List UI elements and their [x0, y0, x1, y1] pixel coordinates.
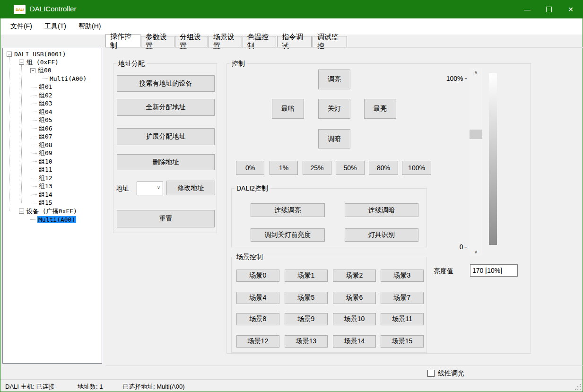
tab-scene-settings[interactable]: 场景设置 — [209, 36, 242, 47]
dali2-group-title: DALI2控制 — [235, 184, 270, 193]
delete-address-button[interactable]: 删除地址 — [117, 154, 215, 170]
tab-command-debug[interactable]: 指令调试 — [277, 36, 312, 47]
collapse-icon[interactable]: − — [30, 68, 35, 73]
modify-address-button[interactable]: 修改地址 — [166, 181, 215, 195]
tab-color-temp-control[interactable]: 色温控制 — [243, 36, 276, 47]
scene-8-button[interactable]: 场景8 — [236, 313, 279, 325]
menu-file[interactable]: 文件(F) — [10, 22, 32, 31]
brightness-value-field[interactable]: 170 [10%] — [470, 264, 518, 277]
tree-item-multi-a00-selected[interactable]: Multi(A00) — [30, 215, 76, 224]
linear-dimming-label: 线性调光 — [438, 369, 464, 378]
min-brightness-button[interactable]: 最暗 — [272, 99, 304, 119]
collapse-icon[interactable]: − — [19, 209, 24, 214]
tree-item-group09[interactable]: 组09 — [32, 149, 52, 157]
scene-6-button[interactable]: 场景6 — [333, 292, 376, 304]
resize-grip[interactable] — [574, 383, 581, 390]
tree-item-group15[interactable]: 组15 — [32, 199, 52, 207]
tree-item-group01[interactable]: 组01 — [32, 83, 52, 91]
scene-3-button[interactable]: 场景3 — [381, 270, 424, 282]
brightness-scrollbar[interactable]: ∧ ∨ — [470, 68, 482, 256]
percent-100-button[interactable]: 100% — [402, 161, 431, 175]
tree-connector — [43, 78, 48, 79]
scene-7-button[interactable]: 场景7 — [381, 292, 424, 304]
status-host-connection: DALI 主机: 已连接 — [5, 383, 55, 391]
scene-1-button[interactable]: 场景1 — [285, 270, 328, 282]
tree-item-group03[interactable]: 组03 — [32, 99, 52, 108]
percent-0-button[interactable]: 0% — [236, 161, 264, 175]
tree-item-group12[interactable]: 组12 — [32, 174, 52, 183]
scene-10-button[interactable]: 场景10 — [333, 313, 376, 325]
tab-operation-control[interactable]: 操作控制 — [105, 34, 140, 47]
tree-item-group08[interactable]: 组08 — [32, 141, 52, 149]
luminaire-identify-button[interactable]: 灯具识别 — [345, 228, 418, 242]
tree-item-group02[interactable]: 组02 — [32, 91, 52, 100]
close-button[interactable]: ✕ — [560, 0, 582, 18]
scene-control-group: 场景控制 场景0 场景1 场景2 场景3 场景4 场景5 场景6 场景7 场景8… — [231, 257, 427, 353]
tree-item-group04[interactable]: 组04 — [32, 108, 52, 116]
continuous-dim-up-button[interactable]: 连续调亮 — [251, 203, 325, 217]
dali2-control-group: DALI2控制 连续调亮 连续调暗 调到关灯前亮度 灯具识别 — [231, 188, 427, 247]
percent-25-button[interactable]: 25% — [303, 161, 331, 175]
percent-50-button[interactable]: 50% — [336, 161, 365, 175]
scene-group-title: 场景控制 — [235, 253, 265, 261]
app-window: DALI DALIController — ✕ 文件(F) 工具(T) 帮助(H… — [0, 0, 583, 392]
scene-11-button[interactable]: 场景11 — [381, 313, 424, 325]
scene-9-button[interactable]: 场景9 — [285, 313, 328, 325]
scene-2-button[interactable]: 场景2 — [333, 270, 376, 282]
tree-item-dali-usb[interactable]: − DALI USB(0001) — [7, 50, 66, 58]
tab-page-bottom-border — [105, 366, 583, 366]
scene-12-button[interactable]: 场景12 — [236, 335, 279, 348]
tree-item-group06[interactable]: 组06 — [32, 124, 52, 133]
tab-page-top-border — [105, 47, 583, 48]
light-off-button[interactable]: 关灯 — [318, 99, 350, 119]
scroll-down-icon[interactable]: ∨ — [470, 248, 482, 256]
scene-15-button[interactable]: 场景15 — [381, 335, 424, 348]
menu-tools[interactable]: 工具(T) — [44, 22, 66, 31]
search-addressed-devices-button[interactable]: 搜索有地址的设备 — [117, 75, 215, 92]
percent-1-button[interactable]: 1% — [270, 161, 298, 175]
maximize-button[interactable] — [538, 0, 560, 18]
scroll-up-icon[interactable]: ∧ — [470, 68, 482, 76]
dim-up-button[interactable]: 调亮 — [318, 70, 350, 89]
tree-item-group11[interactable]: 组11 — [32, 166, 52, 174]
collapse-icon[interactable]: − — [19, 60, 24, 65]
minimize-button[interactable]: — — [516, 0, 538, 18]
window-title: DALIController — [30, 5, 76, 13]
dim-down-button[interactable]: 调暗 — [318, 129, 350, 148]
tree-item-group05[interactable]: 组05 — [32, 116, 52, 124]
tree-item-group-all[interactable]: − 组 (0xFF) — [19, 58, 59, 67]
slider-bottom-label: 0 - — [435, 243, 467, 251]
tree-item-group14[interactable]: 组14 — [32, 191, 52, 199]
reset-button[interactable]: 重置 — [117, 210, 215, 227]
slider-top-label: 100% - — [435, 75, 467, 82]
extend-assign-address-button[interactable]: 扩展分配地址 — [117, 128, 215, 145]
tree-item-group10[interactable]: 组10 — [32, 157, 52, 166]
linear-dimming-checkbox[interactable] — [427, 370, 435, 377]
scene-14-button[interactable]: 场景14 — [333, 335, 376, 348]
goto-last-level-button[interactable]: 调到关灯前亮度 — [251, 228, 325, 242]
percent-80-button[interactable]: 80% — [369, 161, 398, 175]
tree-item-multi-a00[interactable]: Multi(A00) — [43, 75, 87, 83]
scrollbar-thumb[interactable] — [470, 130, 482, 139]
selected-tree-item: Multi(A00) — [37, 216, 76, 223]
tree-item-group13[interactable]: 组13 — [32, 182, 52, 191]
menu-help[interactable]: 帮助(H) — [78, 22, 101, 31]
collapse-icon[interactable]: − — [7, 52, 12, 57]
address-combobox[interactable]: ∨ — [137, 182, 163, 195]
max-brightness-button[interactable]: 最亮 — [364, 99, 396, 119]
title-bar: DALI DALIController — ✕ — [0, 0, 583, 18]
tree-item-group00[interactable]: − 组00 — [30, 66, 52, 75]
maximize-icon — [546, 7, 552, 12]
tab-grouping-settings[interactable]: 分组设置 — [175, 36, 208, 47]
tree-item-device-broadcast[interactable]: − 设备 (广播0xFF) — [19, 207, 77, 216]
tab-debug-monitor[interactable]: 调试监控 — [313, 36, 347, 47]
menu-bar: 文件(F) 工具(T) 帮助(H) — [0, 18, 583, 35]
scene-0-button[interactable]: 场景0 — [236, 270, 279, 282]
assign-new-address-button[interactable]: 全新分配地址 — [117, 99, 215, 116]
scene-13-button[interactable]: 场景13 — [285, 335, 328, 348]
tree-item-group07[interactable]: 组07 — [32, 132, 52, 141]
scene-4-button[interactable]: 场景4 — [236, 292, 279, 304]
scene-5-button[interactable]: 场景5 — [285, 292, 328, 304]
tab-parameter-settings[interactable]: 参数设置 — [141, 36, 174, 47]
continuous-dim-down-button[interactable]: 连续调暗 — [345, 203, 418, 217]
